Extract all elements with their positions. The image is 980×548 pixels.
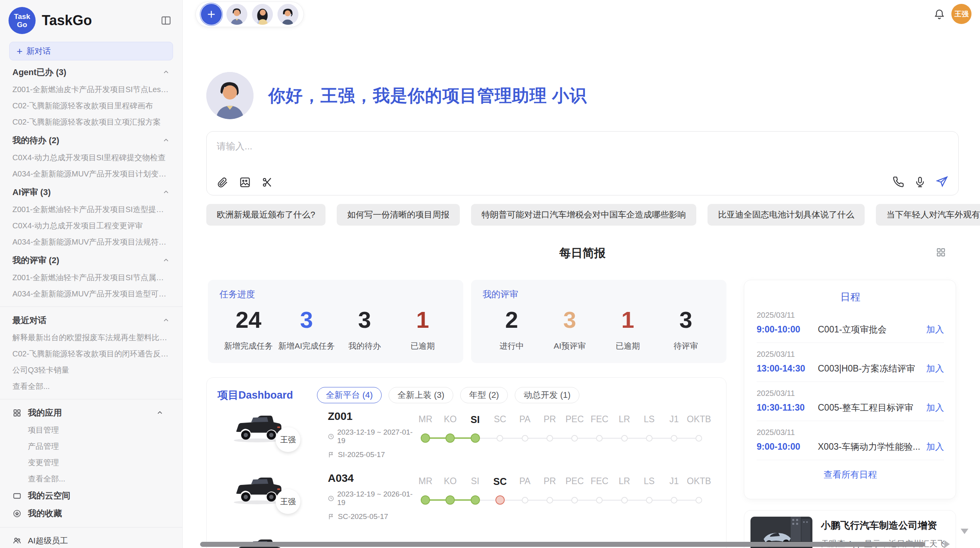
sidebar-item[interactable]: C0X4-动力总成开发项目工程变更评审 [12, 217, 170, 234]
attachment-icon[interactable] [217, 176, 228, 188]
tab-new-platform[interactable]: 全新平台 (4) [317, 387, 382, 403]
group-header-my-todo[interactable]: 我的待办 (2) [12, 132, 170, 149]
sidebar-item[interactable]: A034-全新新能源MUV产品开发项目计划变更表编写 [12, 166, 170, 182]
milestone-track: MRKOSISCPAPRPECFECLRLSJ1OKTB [413, 407, 711, 465]
project-dashboard-card: 项目Dashboard 全新平台 (4) 全新上装 (3) 年型 (2) 动总开… [206, 377, 726, 548]
app-link-product-mgmt[interactable]: 产品管理 [12, 438, 170, 454]
scroll-down-arrow[interactable] [961, 529, 968, 534]
app-link-change-mgmt[interactable]: 变更管理 [12, 454, 170, 471]
horizontal-scrollbar-thumb[interactable] [200, 542, 925, 547]
new-chat-button[interactable]: + 新对话 [9, 42, 173, 60]
collapse-sidebar-icon[interactable] [161, 15, 171, 26]
sidebar-item[interactable]: Z001-全新燃油轻卡产品开发项目SI节点属性5D文件评审 [12, 269, 170, 286]
sidebar-item-my-apps[interactable]: 我的应用 [12, 404, 170, 422]
event-name: X003-车辆动力学性能验... [818, 441, 922, 453]
team-avatar-bar [195, 2, 304, 27]
user-avatar[interactable]: 王强 [951, 4, 971, 24]
app-logo: Task Go [9, 7, 36, 34]
milestone-dot [646, 435, 653, 442]
sidebar-item-cloud-space[interactable]: 我的云空间 [12, 487, 170, 505]
milestone-dot [522, 497, 528, 503]
phone-icon[interactable] [893, 176, 904, 188]
sidebar-item[interactable]: C02-飞腾新能源轻客改款项目里程碑画布 [12, 98, 170, 114]
card-title: 任务进度 [219, 288, 452, 300]
milestone-dot [445, 433, 455, 443]
chat-composer[interactable]: 请输入... [206, 131, 959, 195]
divider [757, 460, 944, 460]
sidebar-item[interactable]: Z001-全新燃油轻卡产品开发项目SI造型提交物评审 [12, 201, 170, 217]
suggestion-chip[interactable]: 欧洲新规最近颁布了什么? [206, 204, 326, 226]
group-header-my-review[interactable]: 我的评审 (2) [12, 252, 170, 269]
clock-icon [328, 433, 334, 440]
view-all-apps[interactable]: 查看全部... [12, 471, 170, 487]
view-all-chats[interactable]: 查看全部... [12, 378, 170, 394]
milestone-dot [596, 497, 603, 503]
sidebar-item[interactable]: C0X4-动力总成开发项目SI里程碑提交物检查 [12, 149, 170, 166]
greeting-text: 你好，王强，我是你的项目管理助理 小识 [268, 84, 587, 107]
sidebar-item[interactable]: A034-全新新能源MUV产品开发项目造型可行性评审 [12, 286, 170, 302]
project-owner-badge: 王强 [276, 489, 300, 514]
project-row[interactable]: 王强 A034 2023-12-19 ~ 2026-01-19 SC-2025-… [218, 469, 715, 527]
teammate-avatar[interactable] [226, 4, 247, 25]
sidebar-item[interactable]: C02-飞腾新能源轻客改款项目立项汇报方案 [12, 114, 170, 130]
join-button[interactable]: 加入 [926, 324, 944, 336]
sidebar-groups: Agent已办 (3) Z001-全新燃油皮卡产品开发项目SI节点Lesson … [0, 63, 182, 548]
milestone-dot [671, 497, 677, 503]
notification-bell-icon[interactable] [934, 9, 945, 20]
stat: 24 新增完成任务 [219, 303, 278, 351]
image-upload-icon[interactable] [239, 176, 251, 188]
milestone-dot [547, 435, 553, 442]
suggestion-chip[interactable]: 特朗普可能对进口汽车增税会对中国车企造成哪些影响 [471, 204, 696, 226]
composer-left-icons [217, 176, 273, 188]
tab-year-model[interactable]: 年型 (2) [460, 387, 508, 403]
new-chat-label: 新对话 [26, 46, 51, 57]
stat: 2 进行中 [483, 303, 541, 351]
milestone-dot [421, 495, 430, 505]
group-header-agent-done[interactable]: Agent已办 (3) [12, 63, 170, 81]
dashboard-title: 项目Dashboard [218, 388, 293, 402]
suggestion-chip[interactable]: 比亚迪全固态电池计划具体说了什么 [708, 204, 865, 226]
teammate-avatar[interactable] [252, 4, 273, 25]
add-member-button[interactable] [201, 4, 222, 25]
milestone-dot [621, 435, 628, 442]
milestone-track: MRKOSISCPAPRPECFECLRLSJ1OKTB [413, 469, 711, 527]
my-review-card: 我的评审 2 进行中 3 AI预评审 1 已逾期 3 待评审 [471, 280, 726, 363]
view-all-schedule-link[interactable]: 查看所有日程 [757, 469, 944, 481]
divider [757, 342, 944, 343]
app-link-project-mgmt[interactable]: 项目管理 [12, 422, 170, 438]
tab-powertrain[interactable]: 动总开发 (1) [515, 387, 579, 403]
sidebar-item[interactable]: Z001-全新燃油皮卡产品开发项目SI节点Lesson Learn报告 [12, 81, 170, 98]
project-flag-milestone: SI-2025-05-17 [328, 450, 413, 459]
stat: 3 我的待办 [336, 303, 394, 351]
taskgo-app: Task Go TaskGo + 新对话 Agent已办 (3) Z001-全新… [0, 0, 980, 548]
layout-grid-icon[interactable] [935, 247, 946, 258]
recent-chat-item[interactable]: 解释最新出台的欧盟报废车法规再生塑料比例被调至15%... [12, 329, 170, 346]
sidebar-item-ai-super-staff[interactable]: AI超级员工 [12, 532, 170, 548]
teammate-avatar[interactable] [278, 4, 298, 25]
suggestion-chip[interactable]: 当下年轻人对汽车外观有怎样的喜好趋势 [876, 204, 980, 226]
tab-new-body[interactable]: 全新上装 (3) [389, 387, 453, 403]
project-dates: 2023-12-19 ~ 2027-01-19 [328, 428, 413, 445]
join-button[interactable]: 加入 [926, 363, 944, 375]
recent-chat-item[interactable]: C02-飞腾新能源轻客改款项目的闭环通告反馈情况 [12, 346, 170, 362]
join-button[interactable]: 加入 [926, 441, 944, 453]
chevron-up-icon [162, 68, 170, 76]
stat: 1 已逾期 [394, 303, 452, 351]
join-button[interactable]: 加入 [926, 402, 944, 414]
divider [757, 382, 944, 382]
sidebar-item-favorites[interactable]: 我的收藏 [12, 505, 170, 522]
group-header-recent-chats[interactable]: 最近对话 [12, 312, 170, 329]
project-row[interactable]: 王强 Z001 2023-12-19 ~ 2027-01-19 SI-2025-… [218, 407, 715, 465]
scissors-icon[interactable] [262, 176, 273, 188]
suggestion-chips: 欧洲新规最近颁布了什么? 如何写一份清晰的项目周报 特朗普可能对进口汽车增税会对… [206, 204, 965, 226]
schedule-event: 2025/03/11 10:30-11:30 C005-整车工程目标评审 加入 [757, 389, 944, 421]
group-header-ai-review[interactable]: AI评审 (3) [12, 183, 170, 201]
send-icon[interactable] [936, 176, 948, 188]
event-time: 10:30-11:30 [757, 402, 818, 413]
suggestion-chip[interactable]: 如何写一份清晰的项目周报 [337, 204, 460, 226]
microphone-icon[interactable] [914, 176, 926, 188]
recent-chat-item[interactable]: 公司Q3轻卡销量 [12, 362, 170, 378]
scroll-right-arrow[interactable] [944, 540, 950, 548]
greeting-block: 你好，王强，我是你的项目管理助理 小识 [206, 72, 587, 119]
sidebar-item[interactable]: A034-全新新能源MUV产品开发项目法规符合性评审 [12, 234, 170, 250]
